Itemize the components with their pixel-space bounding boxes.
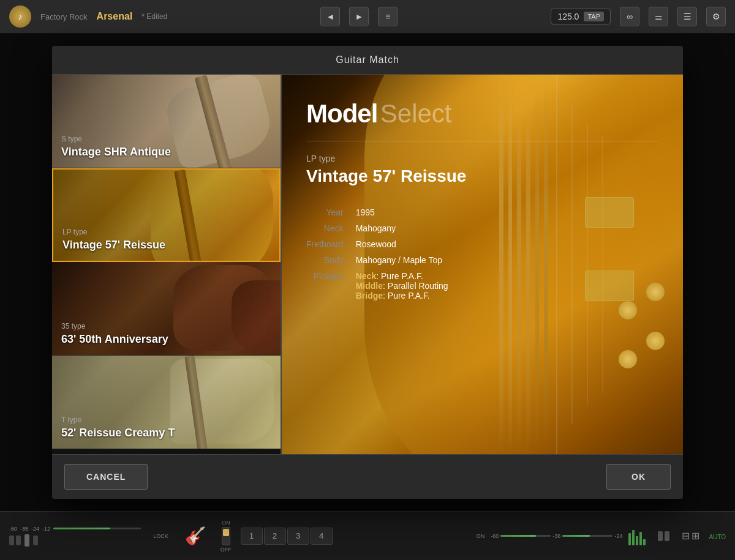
- guitar-item-335[interactable]: 35 type 63' 50th Anniversary: [52, 262, 281, 356]
- year-value: 1995: [356, 207, 551, 217]
- guitar-detail-content: Model Select LP type Vintage 57' Reissue…: [282, 75, 683, 454]
- pickup-bridge-label: Bridge: [356, 291, 383, 301]
- auto-label-bottom: AUTO: [706, 531, 726, 542]
- detail-specs: Year 1995 Neck Mahogany Fretboard Rosewo…: [306, 207, 551, 301]
- year-label: Year: [306, 207, 344, 217]
- ok-button[interactable]: OK: [606, 464, 671, 490]
- main-content: Guitar Match: [0, 34, 735, 511]
- pickup-middle-label: Middle: [356, 281, 383, 291]
- chart-button[interactable]: ⚌: [649, 7, 668, 26]
- app-logo: ♪: [9, 6, 31, 28]
- pickup-neck-value: : Pure P.A.F.: [376, 271, 423, 281]
- body-value: Mahogany / Maple Top: [356, 255, 551, 265]
- pickups-label: Pickups: [306, 271, 344, 301]
- guitar-name-lp: Vintage 57' Reissue: [62, 239, 165, 252]
- menu-button[interactable]: ≡: [378, 7, 398, 26]
- level-meters: [628, 527, 646, 545]
- preset-name: Arsenal: [97, 11, 133, 22]
- on-label: ON: [477, 533, 485, 539]
- guitar-item-lp[interactable]: LP type Vintage 57' Reissue: [52, 168, 281, 262]
- modal-title: Guitar Match: [336, 54, 399, 65]
- right-fader-1[interactable]: [658, 531, 663, 541]
- meter-bar-2: [632, 530, 635, 545]
- meter-bar-5: [643, 539, 646, 545]
- guitar-match-modal: Guitar Match: [52, 46, 683, 499]
- guitar-icon[interactable]: 🎸: [181, 521, 211, 551]
- bottom-bar: -60 -35 -24 -12 LOCK 🎸 ON OFF 1 2 3 4: [0, 511, 735, 560]
- pickup-middle-value: : Parallel Routing: [383, 281, 448, 291]
- preset-bank: Factory Rock: [40, 12, 88, 21]
- pickups-value: Neck: Pure P.A.F. Middle: Parallel Routi…: [356, 271, 551, 301]
- neck-value: Mahogany: [356, 223, 551, 233]
- modal-header: Guitar Match: [52, 46, 683, 75]
- guitar-type-335: 35 type: [61, 322, 168, 330]
- loop-button[interactable]: ∞: [620, 7, 639, 26]
- guitar-item-tele[interactable]: T type 52' Reissue Creamy T: [52, 356, 281, 449]
- bpm-display: 125.0 TAP: [551, 9, 611, 24]
- meter-bar-4: [639, 532, 642, 545]
- modal-footer: CANCEL OK: [52, 454, 683, 499]
- pickup-bridge-value: : Pure P.A.F.: [383, 291, 430, 301]
- auto-text: AUTO: [709, 534, 726, 540]
- right-sliders: -60 -36 -24: [491, 533, 622, 539]
- modal-body: S type Vintage SHR Antique: [52, 75, 683, 454]
- bottom-fader-main[interactable]: [24, 534, 29, 547]
- detail-guitar-type: LP type: [306, 154, 658, 163]
- lock-section: LOCK: [147, 533, 175, 539]
- right-faders: [652, 531, 669, 541]
- bottom-fader-2[interactable]: [16, 536, 21, 545]
- detail-model-light: Select: [380, 99, 452, 128]
- guitar-type-tele: T type: [61, 416, 175, 424]
- pickup-neck-label: Neck: [356, 271, 376, 281]
- guitar-name-tele: 52' Reissue Creamy T: [61, 427, 175, 439]
- volume-control: ⊟ ⊞: [676, 530, 699, 542]
- settings-button[interactable]: ⚙: [706, 7, 726, 26]
- tab-3[interactable]: 3: [287, 528, 309, 545]
- bottom-fader-3[interactable]: [33, 536, 38, 545]
- meter-bar-1: [628, 533, 631, 545]
- tab-2[interactable]: 2: [264, 528, 286, 545]
- detail-model-bold: Model: [306, 99, 377, 128]
- list-button[interactable]: ☰: [677, 7, 697, 26]
- on-off-toggle[interactable]: ON OFF: [217, 520, 235, 553]
- preset-status: * Edited: [141, 12, 167, 21]
- meter-bar-3: [636, 536, 638, 545]
- guitar-type-lp: LP type: [62, 228, 165, 236]
- fretboard-label: Fretboard: [306, 239, 344, 249]
- right-fader-2[interactable]: [665, 531, 669, 541]
- fretboard-value: Rosewood: [356, 239, 551, 249]
- play-button[interactable]: ►: [349, 7, 369, 26]
- bottom-sliders-left: -60 -35 -24 -12: [9, 526, 141, 547]
- bottom-fader-1[interactable]: [9, 536, 14, 545]
- guitar-name-strat: Vintage SHR Antique: [61, 146, 171, 159]
- tap-button[interactable]: TAP: [584, 12, 604, 21]
- detail-guitar-name: Vintage 57' Reissue: [306, 166, 658, 186]
- cancel-button[interactable]: CANCEL: [64, 464, 148, 490]
- tab-buttons: 1 2 3 4: [241, 528, 333, 545]
- guitar-list: S type Vintage SHR Antique: [52, 75, 282, 454]
- on-section: ON: [477, 533, 485, 539]
- body-label: Body: [306, 255, 344, 265]
- lock-label: LOCK: [153, 533, 168, 539]
- guitar-type-strat: S type: [61, 135, 171, 143]
- tab-1[interactable]: 1: [241, 528, 263, 545]
- neck-label: Neck: [306, 223, 344, 233]
- modal-overlay: Guitar Match: [0, 34, 735, 511]
- top-bar: ♪ Factory Rock Arsenal * Edited ◄ ► ≡ 12…: [0, 0, 735, 34]
- guitar-item-strat[interactable]: S type Vintage SHR Antique: [52, 75, 281, 168]
- guitar-name-335: 63' 50th Anniversary: [61, 333, 168, 346]
- prev-button[interactable]: ◄: [320, 7, 340, 26]
- tab-4[interactable]: 4: [311, 528, 333, 545]
- guitar-detail-panel: Model Select LP type Vintage 57' Reissue…: [282, 75, 683, 454]
